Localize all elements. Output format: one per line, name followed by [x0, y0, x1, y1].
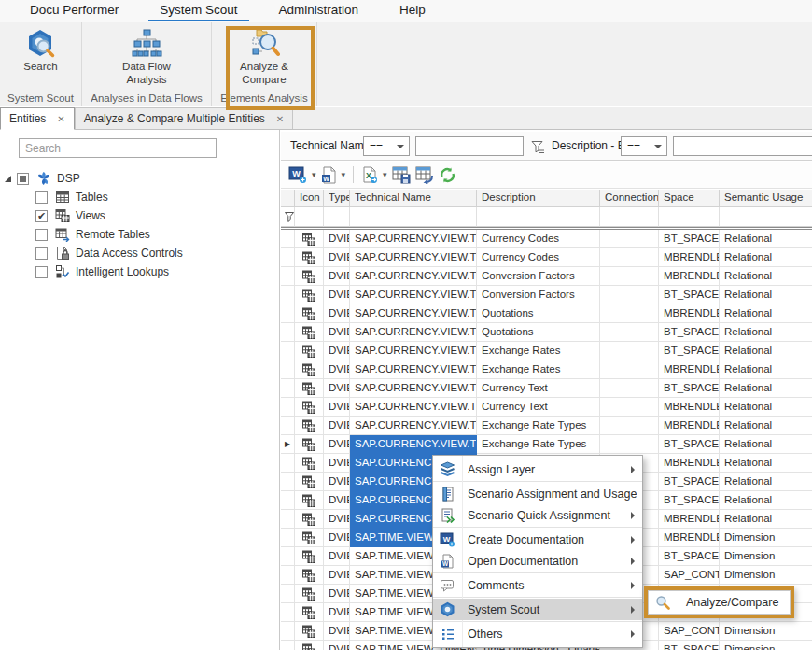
- cell-type[interactable]: DVIE: [324, 398, 350, 417]
- cell-space[interactable]: MBRENDLE...: [659, 360, 720, 379]
- filter-field1-operator[interactable]: ==: [363, 136, 410, 156]
- menu-item-create-documentation[interactable]: WCreate Documentation: [433, 529, 642, 550]
- menu-item-comments[interactable]: Comments: [433, 574, 642, 596]
- tree-node[interactable]: Remote Tables: [0, 225, 279, 244]
- cell-connection[interactable]: [600, 435, 659, 454]
- cell-description[interactable]: Exchange Rate Types: [477, 417, 600, 435]
- cell-type[interactable]: DVIE: [324, 622, 350, 641]
- cell-type[interactable]: DVIE: [324, 510, 350, 529]
- cell-technical-name[interactable]: SAP.CURRENCY.VIEW.T: [350, 417, 477, 435]
- grid-header-type[interactable]: Type: [324, 190, 350, 207]
- autofilter-cell[interactable]: [600, 207, 659, 227]
- cell-semantic-usage[interactable]: Relational: [720, 342, 812, 360]
- cell-technical-name[interactable]: SAP.CURRENCY.VIEW.T: [350, 286, 477, 304]
- cell-semantic-usage[interactable]: Relational: [720, 454, 812, 473]
- cell-type[interactable]: DVIE: [324, 491, 350, 510]
- table-row[interactable]: DVIESAP.CURRENCY.VIEW.TQuotationsMBRENDL…: [281, 304, 812, 323]
- cell-semantic-usage[interactable]: Relational: [720, 435, 812, 454]
- cell-type[interactable]: DVIE: [324, 566, 350, 585]
- autofilter-cell[interactable]: [659, 207, 720, 227]
- cell-space[interactable]: BT_SPACE...: [659, 379, 720, 398]
- checkbox[interactable]: [35, 266, 48, 278]
- cell-technical-name[interactable]: SAP.CURRENCY.VIEW.T: [350, 398, 477, 417]
- cell-technical-name[interactable]: SAP.CURRENCY.VIEW.T: [350, 342, 477, 360]
- cell-space[interactable]: MBRENDLE...: [659, 510, 720, 529]
- cell-type[interactable]: DVIE: [324, 360, 350, 379]
- cell-space[interactable]: BT_SPACE...: [659, 641, 720, 650]
- checkbox[interactable]: [35, 229, 48, 241]
- filter-field2-operator[interactable]: ==: [621, 136, 667, 156]
- cell-type[interactable]: DVIE: [324, 342, 350, 360]
- autofilter-cell[interactable]: [324, 207, 350, 227]
- cell-description[interactable]: Currency Codes: [477, 230, 600, 248]
- tree-node[interactable]: Data Access Controls: [0, 244, 279, 262]
- cell-space[interactable]: BT_SPACE...: [659, 323, 720, 342]
- cell-type[interactable]: DVIE: [324, 267, 350, 286]
- cell-space[interactable]: MBRENDLE...: [659, 398, 720, 417]
- cell-semantic-usage[interactable]: Relational: [720, 417, 812, 435]
- menu-item-system-scout[interactable]: System Scout: [433, 599, 642, 620]
- grid-header-description[interactable]: Description: [477, 190, 600, 207]
- cell-technical-name[interactable]: SAP.CURRENCY.VIEW.T: [350, 304, 477, 323]
- expander-icon[interactable]: [5, 176, 11, 182]
- table-row[interactable]: DVIESAP.CURRENCY.VIEW.TCurrency TextMBRE…: [281, 398, 812, 417]
- table-row[interactable]: DVIESAP.CURRENCY.VIEW.TQuotationsBT_SPAC…: [281, 323, 812, 342]
- tree-node[interactable]: Tables: [0, 188, 279, 206]
- table-row[interactable]: DVIESAP.CURRENCY.VIEW.TConversion Factor…: [281, 286, 812, 304]
- checkbox[interactable]: [35, 247, 48, 260]
- cell-semantic-usage[interactable]: Dimension: [720, 547, 812, 566]
- cell-semantic-usage[interactable]: Relational: [720, 473, 812, 491]
- cell-space[interactable]: BT_SPACE...: [659, 473, 720, 491]
- cell-description[interactable]: Quotations: [477, 304, 600, 323]
- cell-space[interactable]: BT_SPACE...: [659, 342, 720, 360]
- cell-description[interactable]: Currency Codes: [477, 248, 600, 267]
- cell-type[interactable]: DVIE: [324, 641, 350, 650]
- cell-semantic-usage[interactable]: Dimension: [720, 622, 812, 641]
- chevron-down-icon[interactable]: ▾: [380, 170, 390, 179]
- table-row[interactable]: DVIESAP.CURRENCY.VIEW.TCurrency CodesMBR…: [281, 248, 812, 267]
- cell-type[interactable]: DVIE: [324, 286, 350, 304]
- cell-technical-name[interactable]: SAP.CURRENCY.VIEW.T: [350, 267, 477, 286]
- cell-description[interactable]: Exchange Rates: [477, 342, 600, 360]
- menu-docu-performer[interactable]: Docu Performer: [9, 0, 139, 22]
- menu-item-open-documentation[interactable]: WOpen Documentation: [433, 550, 642, 572]
- cell-space[interactable]: MBRENDLE...: [659, 454, 720, 473]
- cell-description[interactable]: Currency Text: [477, 398, 600, 417]
- cell-space[interactable]: MBRENDLE...: [659, 248, 720, 267]
- cell-connection[interactable]: [600, 267, 659, 286]
- menu-item-scenario-assignment-and-usage[interactable]: Scenario Assignment and Usage: [433, 483, 642, 504]
- cell-semantic-usage[interactable]: Dimension: [720, 641, 812, 650]
- refresh-button[interactable]: [437, 164, 458, 185]
- cell-space[interactable]: SAP_CONT...: [659, 622, 720, 641]
- cell-type[interactable]: DVIE: [324, 435, 350, 454]
- cell-type[interactable]: DVIE: [324, 585, 350, 603]
- cell-connection[interactable]: [600, 286, 659, 304]
- filter-options-button[interactable]: [528, 137, 547, 156]
- menu-system-scout[interactable]: System Scout: [139, 0, 258, 22]
- export-excel-button[interactable]: X: [358, 164, 380, 185]
- table-row[interactable]: DVIESAP.CURRENCY.VIEW.TCurrency CodesBT_…: [281, 230, 812, 248]
- cell-connection[interactable]: [600, 417, 659, 435]
- cell-space[interactable]: MBRENDLE...: [659, 529, 720, 547]
- cell-type[interactable]: DVIE: [324, 304, 350, 323]
- cell-semantic-usage[interactable]: Relational: [720, 304, 812, 323]
- cell-technical-name[interactable]: SAP.CURRENCY.VIEW.T: [350, 360, 477, 379]
- menu-item-analyze-compare[interactable]: Analyze/Compare: [648, 590, 791, 615]
- checkbox[interactable]: ✔: [35, 210, 48, 222]
- cell-type[interactable]: DVIE: [324, 323, 350, 342]
- cell-description[interactable]: Exchange Rates: [477, 360, 600, 379]
- cell-semantic-usage[interactable]: Relational: [720, 248, 812, 267]
- tree-node[interactable]: Intelligent Lookups: [0, 262, 279, 281]
- export-word-button[interactable]: W: [287, 164, 309, 185]
- cell-technical-name[interactable]: SAP.CURRENCY.VIEW.T: [350, 323, 477, 342]
- grid-header-connection[interactable]: Connection: [600, 190, 659, 207]
- grid-header-semantic-usage[interactable]: Semantic Usage: [720, 190, 812, 207]
- open-word-button[interactable]: W: [319, 164, 339, 185]
- cell-connection[interactable]: [600, 379, 659, 398]
- grid-header-technical-name[interactable]: Technical Name: [350, 190, 477, 207]
- cell-description[interactable]: Quotations: [477, 323, 600, 342]
- cell-type[interactable]: DVIE: [324, 417, 350, 435]
- tab-entities[interactable]: Entities ✕: [0, 107, 75, 130]
- search-button[interactable]: Search: [23, 27, 57, 74]
- restore-grid-layout-button[interactable]: [413, 164, 437, 185]
